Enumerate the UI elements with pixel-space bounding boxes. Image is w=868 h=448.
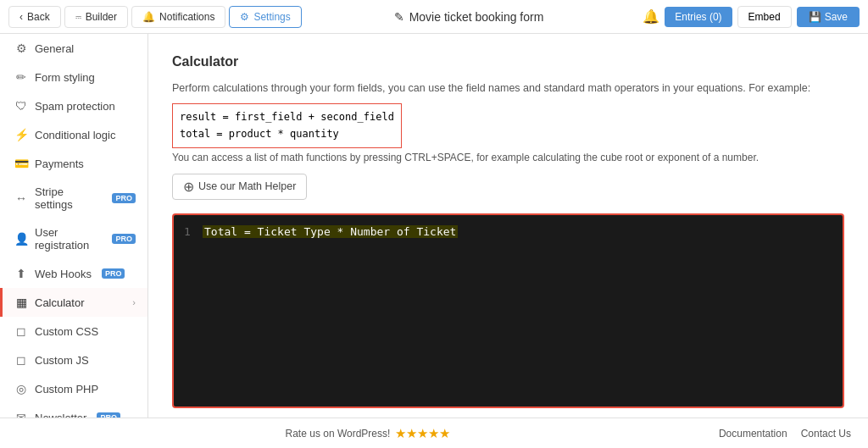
save-icon: 💾 (809, 11, 821, 23)
conditional-logic-icon: ⚡ (14, 128, 28, 141)
sidebar-item-user-registration[interactable]: 👤 User registration PRO (0, 218, 147, 259)
sidebar-item-conditional-logic[interactable]: ⚡ Conditional logic (0, 120, 147, 149)
main-layout: ⚙ General ✏ Form styling 🛡 Spam protecti… (0, 34, 868, 418)
helper-text: You can access a list of math functions … (172, 152, 844, 163)
sidebar-item-web-hooks[interactable]: ⬆ Web Hooks PRO (0, 259, 147, 288)
pro-badge: PRO (112, 193, 136, 203)
pro-badge: PRO (97, 412, 120, 418)
notifications-button[interactable]: 🔔 Notifications (131, 6, 225, 28)
sidebar: ⚙ General ✏ Form styling 🛡 Spam protecti… (0, 34, 148, 418)
footer-center: Rate us on WordPress! ★★★★★ (286, 426, 451, 441)
sidebar-item-spam-protection[interactable]: 🛡 Spam protection (0, 91, 147, 120)
entries-button[interactable]: Entries (0) (665, 7, 732, 27)
edit-icon: ✎ (394, 10, 404, 24)
web-hooks-icon: ⬆ (14, 267, 28, 280)
description-text: Perform calculations through your form f… (172, 80, 844, 97)
back-button[interactable]: ‹ Back (8, 6, 61, 28)
bell-icon: 🔔 (142, 11, 155, 23)
sidebar-item-general[interactable]: ⚙ General (0, 34, 147, 63)
custom-php-icon: ◎ (14, 382, 28, 395)
top-nav: ‹ Back ⎓ Builder 🔔 Notifications ⚙ Setti… (0, 0, 868, 34)
footer: Rate us on WordPress! ★★★★★ Documentatio… (0, 418, 868, 448)
contact-link[interactable]: Contact Us (801, 428, 851, 440)
rate-label: Rate us on WordPress! (286, 428, 391, 440)
sidebar-item-custom-php[interactable]: ◎ Custom PHP (0, 374, 147, 403)
sidebar-item-stripe-settings[interactable]: ↔ Stripe settings PRO (0, 178, 147, 218)
form-title: ✎ Movie ticket booking form (305, 10, 632, 24)
math-helper-button[interactable]: ⊕ Use our Math Helper (172, 174, 307, 200)
payments-icon: 💳 (14, 157, 28, 170)
nav-right-actions: 🔔 Entries (0) Embed 💾 Save (636, 6, 860, 28)
calculator-icon: ▦ (14, 296, 28, 309)
embed-button[interactable]: Embed (737, 6, 792, 28)
section-title: Calculator (172, 54, 844, 69)
user-registration-icon: 👤 (14, 232, 28, 246)
notification-bell-icon[interactable]: 🔔 (643, 8, 659, 25)
settings-icon: ⚙ (240, 11, 249, 23)
editor-code: Total = Ticket Type * Number of Ticket (203, 225, 458, 238)
star-rating[interactable]: ★★★★★ (395, 426, 450, 441)
pro-badge: PRO (102, 268, 125, 279)
back-icon: ‹ (19, 11, 23, 23)
pro-badge: PRO (112, 234, 136, 244)
custom-css-icon: ◻ (14, 324, 28, 338)
sidebar-item-calculator[interactable]: ▦ Calculator › (0, 288, 147, 317)
code-example: result = first_field + second_field tota… (172, 103, 402, 148)
sidebar-item-payments[interactable]: 💳 Payments (0, 149, 147, 178)
newsletter-icon: ✉ (14, 411, 28, 418)
save-button[interactable]: 💾 Save (797, 7, 860, 27)
general-icon: ⚙ (14, 41, 28, 55)
form-styling-icon: ✏ (14, 70, 28, 84)
content-area: Calculator Perform calculations through … (148, 34, 868, 418)
footer-right: Documentation Contact Us (719, 428, 851, 440)
sidebar-item-custom-css[interactable]: ◻ Custom CSS (0, 317, 147, 346)
sidebar-item-newsletter[interactable]: ✉ Newsletter PRO (0, 403, 147, 418)
documentation-link[interactable]: Documentation (719, 428, 787, 440)
code-editor[interactable]: 1 Total = Ticket Type * Number of Ticket (172, 213, 844, 408)
code-line-1: result = first_field + second_field (180, 108, 394, 125)
sidebar-item-custom-js[interactable]: ◻ Custom JS (0, 346, 147, 374)
builder-button[interactable]: ⎓ Builder (64, 6, 128, 28)
sidebar-item-form-styling[interactable]: ✏ Form styling (0, 63, 147, 91)
custom-js-icon: ◻ (14, 353, 28, 367)
spam-protection-icon: 🛡 (14, 99, 28, 113)
settings-button[interactable]: ⚙ Settings (229, 6, 301, 28)
code-highlight: Total = Ticket Type * Number of Ticket (203, 225, 458, 238)
builder-icon: ⎓ (75, 11, 81, 23)
editor-line-1: 1 Total = Ticket Type * Number of Ticket (184, 225, 832, 238)
code-line-2: total = product * quantity (180, 125, 394, 142)
stripe-icon: ↔ (14, 191, 28, 205)
line-number: 1 (184, 225, 194, 238)
chevron-right-icon: › (132, 297, 136, 307)
plus-circle-icon: ⊕ (183, 179, 194, 195)
